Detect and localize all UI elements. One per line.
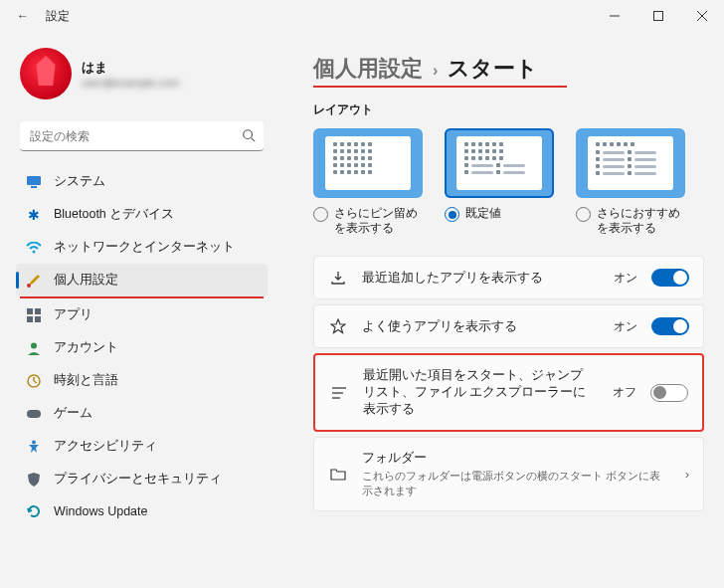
main-panel: 個人用設定 › スタート レイアウト さらにピン留めを表示する (273, 32, 724, 588)
toggle-state: オフ (613, 384, 636, 401)
folder-icon (328, 468, 348, 482)
svg-rect-12 (27, 316, 33, 322)
sidebar-item-privacy[interactable]: プライバシーとセキュリティ (16, 463, 268, 495)
sidebar-item-system[interactable]: システム (16, 165, 268, 198)
minimize-button[interactable] (593, 0, 636, 32)
setting-title: 最近開いた項目をスタート、ジャンプ リスト、ファイル エクスプローラーに表示する (363, 367, 599, 418)
svg-rect-7 (31, 186, 37, 188)
sidebar: はま user@example.com システム ✱ Bluetooth とデバ… (0, 32, 273, 588)
search-icon (242, 128, 256, 145)
sidebar-item-accessibility[interactable]: アクセシビリティ (16, 430, 268, 463)
star-icon (328, 318, 348, 334)
wifi-icon (26, 240, 42, 256)
user-email: user@example.com (82, 77, 179, 89)
settings-list: 最近追加したアプリを表示する オン よく使うアプリを表示する オン 最近開いた項… (313, 256, 704, 511)
person-icon (26, 340, 42, 356)
layout-option-default[interactable]: 既定値 (445, 128, 554, 236)
radio-icon (576, 207, 591, 222)
profile[interactable]: はま user@example.com (16, 42, 268, 111)
nav: システム ✱ Bluetooth とデバイス ネットワークとインターネット 個人… (16, 165, 268, 527)
shield-icon (26, 472, 42, 488)
username: はま (82, 59, 179, 77)
layout-thumb (445, 128, 554, 198)
sidebar-item-account[interactable]: アカウント (16, 331, 268, 364)
annotation-underline (313, 86, 567, 88)
svg-line-17 (34, 381, 37, 383)
sidebar-item-bluetooth[interactable]: ✱ Bluetooth とデバイス (16, 198, 268, 231)
layout-thumb (576, 128, 685, 198)
section-label-layout: レイアウト (313, 101, 704, 118)
sidebar-item-label: 時刻と言語 (54, 372, 118, 389)
sidebar-item-personalization[interactable]: 個人用設定 (16, 264, 268, 296)
breadcrumb-current: スタート (448, 54, 538, 84)
sidebar-item-label: ゲーム (54, 405, 92, 422)
window-title: 設定 (46, 8, 593, 25)
sidebar-item-label: アクセシビリティ (54, 438, 157, 455)
download-icon (328, 270, 348, 286)
toggle-state: オン (614, 270, 637, 287)
sidebar-item-time[interactable]: 時刻と言語 (16, 364, 268, 397)
svg-rect-10 (27, 308, 33, 314)
radio-icon (313, 207, 328, 222)
sidebar-item-label: 個人用設定 (54, 272, 118, 289)
sidebar-item-apps[interactable]: アプリ (16, 298, 268, 331)
titlebar: ← 設定 (0, 0, 724, 32)
setting-title: フォルダー (362, 450, 671, 467)
setting-subtitle: これらのフォルダーは電源ボタンの横のスタート ボタンに表示されます (362, 469, 671, 498)
refresh-icon (26, 503, 42, 519)
layout-option-more-pins[interactable]: さらにピン留めを表示する (313, 128, 423, 236)
layout-option-label: 既定値 (465, 206, 501, 221)
sidebar-item-label: Bluetooth とデバイス (54, 206, 174, 223)
maximize-button[interactable] (636, 0, 680, 32)
setting-most-used[interactable]: よく使うアプリを表示する オン (313, 304, 704, 348)
svg-line-5 (252, 138, 256, 142)
breadcrumb: 個人用設定 › スタート (313, 54, 704, 84)
radio-checked-icon (445, 207, 459, 222)
close-button[interactable] (680, 0, 724, 32)
setting-recent-items[interactable]: 最近開いた項目をスタート、ジャンプ リスト、ファイル エクスプローラーに表示する… (313, 353, 704, 432)
sidebar-item-network[interactable]: ネットワークとインターネット (16, 231, 268, 264)
setting-recently-added[interactable]: 最近追加したアプリを表示する オン (313, 256, 704, 299)
search-input[interactable] (20, 121, 264, 151)
accessibility-icon (26, 439, 42, 455)
back-icon[interactable]: ← (14, 9, 32, 23)
svg-point-8 (33, 250, 36, 253)
search-box (20, 121, 264, 151)
toggle-switch[interactable] (651, 269, 689, 287)
breadcrumb-parent[interactable]: 個人用設定 (313, 54, 423, 84)
sidebar-item-label: アカウント (54, 339, 118, 356)
sidebar-item-label: プライバシーとセキュリティ (54, 471, 222, 488)
toggle-switch[interactable] (651, 317, 689, 335)
sidebar-item-label: ネットワークとインターネット (54, 239, 235, 256)
avatar (20, 48, 72, 99)
svg-point-14 (31, 342, 37, 348)
toggle-switch[interactable] (650, 384, 688, 402)
brush-icon (26, 273, 42, 289)
svg-point-4 (244, 130, 253, 139)
chevron-right-icon: › (433, 62, 438, 80)
layout-option-more-reco[interactable]: さらにおすすめを表示する (576, 128, 685, 236)
bluetooth-icon: ✱ (26, 207, 42, 223)
sidebar-item-label: Windows Update (54, 504, 148, 518)
svg-rect-13 (35, 316, 41, 322)
layout-option-label: さらにピン留めを表示する (334, 206, 423, 236)
gamepad-icon (26, 406, 42, 422)
svg-point-19 (32, 440, 36, 444)
clock-icon (26, 373, 42, 389)
layout-options: さらにピン留めを表示する 既定値 (313, 128, 704, 236)
toggle-state: オン (614, 318, 637, 335)
sidebar-item-games[interactable]: ゲーム (16, 397, 268, 430)
setting-folders[interactable]: フォルダー これらのフォルダーは電源ボタンの横のスタート ボタンに表示されます … (313, 437, 704, 511)
svg-rect-18 (27, 410, 41, 418)
sidebar-item-update[interactable]: Windows Update (16, 495, 268, 527)
setting-title: よく使うアプリを表示する (362, 318, 600, 335)
svg-rect-1 (654, 12, 663, 21)
layout-option-label: さらにおすすめを表示する (597, 206, 685, 236)
setting-title: 最近追加したアプリを表示する (362, 270, 600, 287)
list-icon (329, 386, 349, 400)
svg-rect-6 (27, 176, 41, 185)
chevron-right-icon: › (685, 467, 689, 482)
svg-rect-11 (35, 308, 41, 314)
grid-icon (26, 307, 42, 323)
window-controls (593, 0, 724, 32)
